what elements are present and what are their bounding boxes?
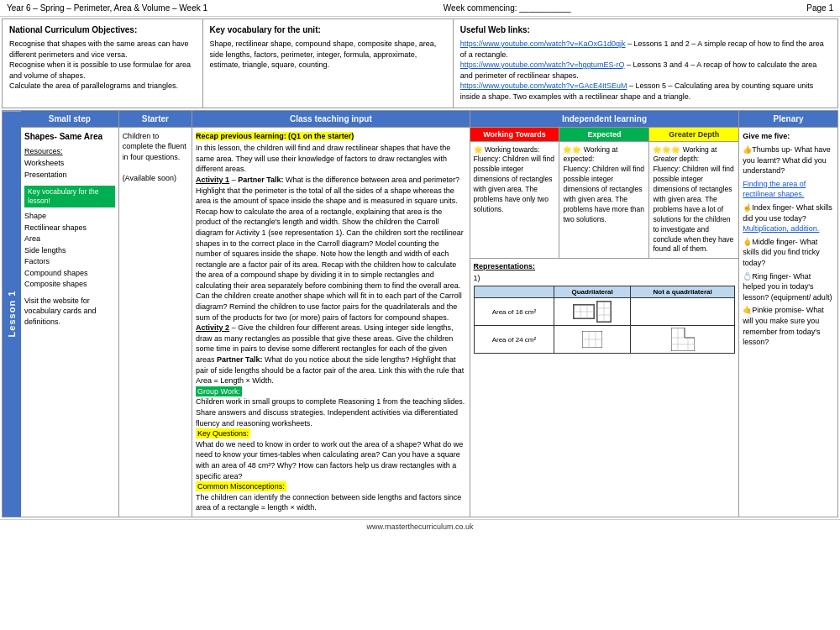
pinkie-icon: 🤙 bbox=[743, 306, 752, 314]
pinkie-text: Pinkie promise- What will you make sure … bbox=[743, 306, 824, 346]
index-icon: ☝ bbox=[743, 203, 752, 212]
page-footer: www.masterthecurriculum.co.uk bbox=[0, 519, 840, 533]
carroll-label-24: Area of 24 cm² bbox=[474, 326, 554, 354]
content-columns: Shapes- Same Area Resources: WorksheetsP… bbox=[21, 128, 837, 517]
thumb-icon: 👍 bbox=[743, 145, 752, 154]
indep-content-cols: 🌟 Working towards:Fluency: Children will… bbox=[470, 142, 739, 260]
carroll-row-16: Area of 16 cm² bbox=[474, 298, 735, 326]
carroll-cell-24-quad bbox=[554, 326, 631, 354]
indep-sub-headers: Working Towards Expected Greater Depth bbox=[470, 128, 739, 142]
plenary-finding: Finding the area of rectilinear shapes. bbox=[743, 179, 834, 200]
vocab-title: Key vocabulary for the unit: bbox=[210, 24, 446, 36]
key-questions-label: Key Questions: bbox=[196, 428, 250, 438]
footer-text: www.masterthecurriculum.co.uk bbox=[366, 522, 473, 531]
page-container: Year 6 – Spring – Perimeter, Area & Volu… bbox=[0, 0, 840, 533]
representations-label: Representations: bbox=[474, 262, 736, 270]
carroll-label-16: Area of 16 cm² bbox=[474, 298, 554, 326]
resources-label: Resources: bbox=[24, 146, 115, 157]
ring-text: Ring finger- What helped you in today's … bbox=[743, 272, 832, 302]
header-center: Week commencing: ___________ bbox=[444, 3, 571, 13]
carroll-cell-24-not-quad bbox=[630, 326, 734, 354]
l-shape bbox=[671, 328, 695, 351]
web-link-2[interactable]: https://www.youtube.com/watch?v=hggtumES… bbox=[460, 60, 625, 69]
carroll-header-quadrilateral: Quadrilateral bbox=[554, 286, 631, 298]
content-area: Small step Starter Class teaching input … bbox=[21, 111, 837, 517]
lesson-sidebar: Lesson 1 bbox=[3, 111, 21, 517]
finding-area-link[interactable]: Finding the area of rectilinear shapes. bbox=[743, 180, 806, 199]
header-left: Year 6 – Spring – Perimeter, Area & Volu… bbox=[7, 3, 207, 13]
curriculum-objectives-text: Recognise that shapes with the same area… bbox=[9, 39, 196, 92]
col-header-class: Class teaching input bbox=[192, 111, 470, 127]
web-links-col: Useful Web links: https://www.youtube.co… bbox=[454, 19, 837, 108]
exp-star-icon: 🌟🌟 bbox=[563, 145, 581, 154]
resources-list: WorksheetsPresentation bbox=[24, 158, 115, 181]
carroll-header-not-quadrilateral: Not a quadrilateral bbox=[630, 286, 734, 298]
lesson-label: Lesson 1 bbox=[7, 290, 17, 337]
greater-depth-col: 🌟🌟🌟 Working at Greater depth:Fluency: Ch… bbox=[649, 142, 738, 259]
col-header-small-step: Small step bbox=[21, 111, 119, 127]
misconceptions-label: Common Misconceptions: bbox=[196, 481, 286, 491]
curriculum-objectives-col: National Curriculum Objectives: Recognis… bbox=[3, 19, 203, 108]
vocab-list: ShapeRectilinear shapesAreaSide lengthsF… bbox=[24, 211, 115, 291]
working-towards-header: Working Towards bbox=[470, 128, 560, 141]
starter-column: Children to complete the fluent in four … bbox=[119, 128, 192, 517]
thumb-text: Thumbs up- What have you learnt? What di… bbox=[743, 145, 831, 175]
main-lesson-area: Lesson 1 Small step Starter Class teachi… bbox=[2, 110, 838, 517]
plenary-middle: 🖕Middle finger- What skills did you find… bbox=[743, 237, 834, 269]
working-towards-col: 🌟 Working towards:Fluency: Children will… bbox=[470, 142, 560, 259]
page-header: Year 6 – Spring – Perimeter, Area & Volu… bbox=[0, 0, 840, 17]
greater-depth-header: Greater Depth bbox=[649, 128, 738, 141]
plenary-ring: 💍Ring finger- What helped you in today's… bbox=[743, 271, 834, 303]
expected-header: Expected bbox=[559, 128, 649, 141]
top-info-section: National Curriculum Objectives: Recognis… bbox=[2, 18, 838, 108]
vocab-col: Key vocabulary for the unit: Shape, rect… bbox=[203, 19, 454, 108]
column-headers: Small step Starter Class teaching input … bbox=[21, 111, 837, 128]
activity-2-label: Activity 2 bbox=[196, 323, 229, 332]
index-link-text[interactable]: Multiplication, addition. bbox=[743, 224, 819, 233]
shape-rect-3 bbox=[582, 331, 602, 348]
col-header-indep: Independent learning bbox=[470, 111, 740, 127]
index-text: Index finger- What skills did you use to… bbox=[743, 203, 832, 223]
wt-star-icon: 🌟 bbox=[474, 145, 483, 154]
plenary-thumb: 👍Thumbs up- What have you learnt? What d… bbox=[743, 144, 834, 176]
shape-rect-1 bbox=[573, 304, 595, 319]
recap-highlight-text: Recap previous learning: (Q1 on the star… bbox=[196, 132, 354, 140]
expected-col: 🌟🌟 Working at expected:Fluency: Children… bbox=[559, 142, 649, 259]
plenary-intro: Give me five: bbox=[743, 131, 834, 143]
class-teaching-body: In this lesson, the children will find a… bbox=[196, 143, 465, 513]
ring-icon: 💍 bbox=[743, 272, 752, 281]
plenary-pinkie: 🤙Pinkie promise- What will you make sure… bbox=[743, 305, 834, 347]
web-link-1[interactable]: https://www.youtube.com/watch?v=KaOxG1d0… bbox=[460, 39, 626, 48]
representations-section: Representations: 1) Quadrilateral Not a … bbox=[470, 259, 739, 357]
middle-icon: 🖕 bbox=[743, 238, 752, 246]
small-step-column: Shapes- Same Area Resources: WorksheetsP… bbox=[21, 128, 119, 517]
group-work-label: Group Work: bbox=[196, 386, 242, 396]
recap-label: Recap previous learning: (Q1 on the star… bbox=[196, 131, 465, 142]
lesson-title: Shapes- Same Area bbox=[24, 131, 115, 143]
carroll-cell-16-quad bbox=[554, 298, 631, 326]
independent-learning-column: Working Towards Expected Greater Depth 🌟… bbox=[470, 128, 740, 517]
vocab-text: Shape, rectilinear shape, compound shape… bbox=[210, 39, 446, 71]
col-header-starter: Starter bbox=[119, 111, 192, 127]
plenary-column: Give me five: 👍Thumbs up- What have you … bbox=[739, 128, 837, 517]
svg-marker-12 bbox=[671, 328, 695, 351]
carroll-row-24: Area of 24 cm² bbox=[474, 326, 735, 354]
header-right: Page 1 bbox=[806, 3, 833, 13]
web-links-title: Useful Web links: bbox=[460, 24, 831, 36]
web-links-text: https://www.youtube.com/watch?v=KaOxG1d0… bbox=[460, 39, 831, 102]
class-teaching-column: Recap previous learning: (Q1 on the star… bbox=[192, 128, 470, 517]
shape-rect-2 bbox=[596, 301, 612, 323]
web-link-3[interactable]: https://www.youtube.com/watch?v=GAcE4ItS… bbox=[460, 81, 627, 90]
starter-text: Children to complete the fluent in four … bbox=[123, 131, 188, 184]
carroll-table: Quadrilateral Not a quadrilateral Area o… bbox=[474, 286, 736, 354]
middle-text: Middle finger- What skills did you find … bbox=[743, 238, 820, 267]
rep-number: 1) bbox=[474, 274, 736, 282]
activity-1-label: Activity 1 bbox=[196, 176, 229, 184]
curriculum-objectives-title: National Curriculum Objectives: bbox=[9, 24, 196, 36]
gd-star-icon: 🌟🌟🌟 bbox=[653, 145, 680, 154]
col-header-plenary: Plenary bbox=[739, 111, 837, 127]
carroll-cell-16-not-quad bbox=[630, 298, 734, 326]
vocab-box: Key vocabulary for the lesson! bbox=[24, 186, 115, 207]
carroll-diagram: Quadrilateral Not a quadrilateral Area o… bbox=[474, 286, 736, 354]
website-note: Visit the website for vocabulary cards a… bbox=[24, 296, 115, 328]
